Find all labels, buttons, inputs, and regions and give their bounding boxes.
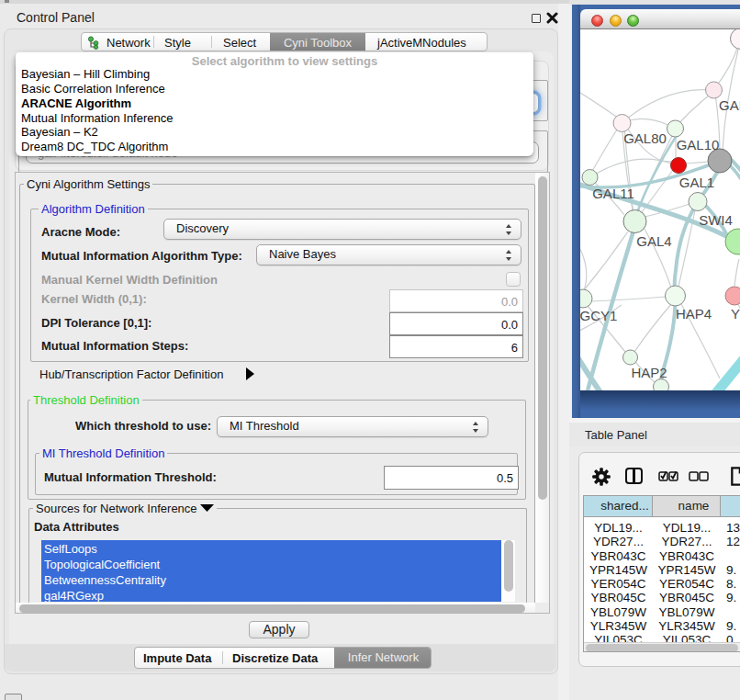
svg-text:HAP2: HAP2 <box>631 365 667 380</box>
svg-text:GAL7: GAL7 <box>719 97 740 113</box>
svg-text:YJ: YJ <box>731 306 740 322</box>
svg-text:GCY1: GCY1 <box>580 308 617 323</box>
svg-text:GAL1: GAL1 <box>679 175 714 190</box>
svg-text:GAL4: GAL4 <box>636 233 671 249</box>
svg-text:HAP4: HAP4 <box>676 306 712 322</box>
svg-text:GAL80: GAL80 <box>623 130 667 146</box>
svg-text:SWI4: SWI4 <box>699 212 733 228</box>
svg-text:GAL10: GAL10 <box>677 137 720 152</box>
svg-text:GAL11: GAL11 <box>592 186 634 201</box>
